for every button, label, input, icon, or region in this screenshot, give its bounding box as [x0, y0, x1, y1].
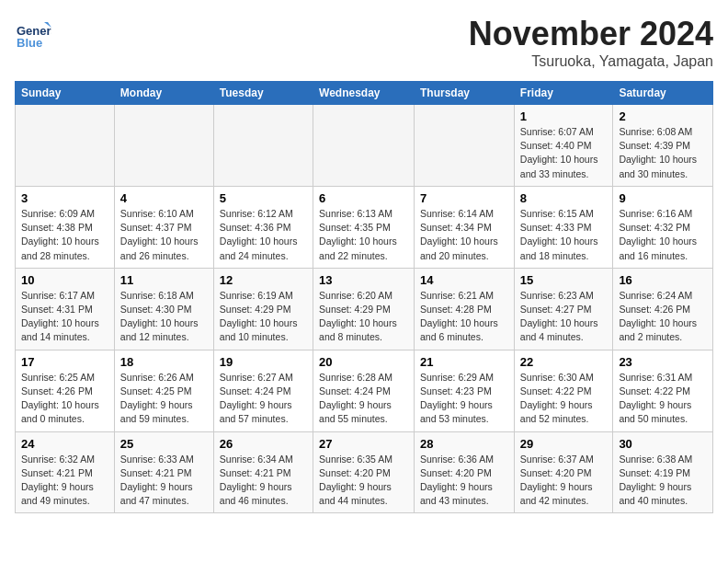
day-number: 11 — [120, 273, 208, 287]
day-number: 20 — [319, 355, 408, 369]
calendar-cell — [213, 105, 313, 187]
calendar-cell: 16Sunrise: 6:24 AM Sunset: 4:26 PM Dayli… — [613, 268, 713, 350]
day-of-week-header: Saturday — [613, 82, 713, 105]
day-info: Sunrise: 6:33 AM Sunset: 4:21 PM Dayligh… — [120, 453, 208, 509]
day-number: 7 — [420, 191, 508, 205]
day-info: Sunrise: 6:16 AM Sunset: 4:32 PM Dayligh… — [619, 207, 707, 263]
day-info: Sunrise: 6:07 AM Sunset: 4:40 PM Dayligh… — [520, 125, 608, 181]
calendar-cell: 29Sunrise: 6:37 AM Sunset: 4:20 PM Dayli… — [514, 431, 613, 513]
day-number: 8 — [520, 191, 608, 205]
calendar-cell: 11Sunrise: 6:18 AM Sunset: 4:30 PM Dayli… — [114, 268, 213, 350]
calendar-cell: 5Sunrise: 6:12 AM Sunset: 4:36 PM Daylig… — [213, 186, 313, 268]
day-number: 29 — [520, 437, 608, 451]
day-info: Sunrise: 6:28 AM Sunset: 4:24 PM Dayligh… — [319, 371, 408, 427]
day-info: Sunrise: 6:12 AM Sunset: 4:36 PM Dayligh… — [220, 207, 307, 263]
calendar-cell — [114, 105, 213, 187]
day-number: 1 — [520, 109, 608, 123]
day-number: 9 — [619, 191, 707, 205]
calendar-week-row: 24Sunrise: 6:32 AM Sunset: 4:21 PM Dayli… — [16, 431, 713, 513]
day-info: Sunrise: 6:23 AM Sunset: 4:27 PM Dayligh… — [520, 289, 608, 345]
calendar-cell: 26Sunrise: 6:34 AM Sunset: 4:21 PM Dayli… — [213, 431, 313, 513]
day-info: Sunrise: 6:21 AM Sunset: 4:28 PM Dayligh… — [420, 289, 508, 345]
day-info: Sunrise: 6:18 AM Sunset: 4:30 PM Dayligh… — [120, 289, 208, 345]
day-of-week-header: Thursday — [415, 82, 515, 105]
page-header: General Blue November 2024 Tsuruoka, Yam… — [15, 15, 713, 70]
calendar-cell: 24Sunrise: 6:32 AM Sunset: 4:21 PM Dayli… — [16, 431, 115, 513]
calendar-cell: 9Sunrise: 6:16 AM Sunset: 4:32 PM Daylig… — [613, 186, 713, 268]
calendar-cell: 17Sunrise: 6:25 AM Sunset: 4:26 PM Dayli… — [16, 350, 115, 431]
day-info: Sunrise: 6:29 AM Sunset: 4:23 PM Dayligh… — [420, 371, 508, 427]
day-number: 10 — [21, 273, 108, 287]
day-info: Sunrise: 6:32 AM Sunset: 4:21 PM Dayligh… — [21, 453, 108, 509]
calendar-cell — [16, 105, 115, 187]
day-info: Sunrise: 6:34 AM Sunset: 4:21 PM Dayligh… — [220, 453, 307, 509]
day-number: 16 — [619, 273, 707, 287]
calendar-cell: 10Sunrise: 6:17 AM Sunset: 4:31 PM Dayli… — [16, 268, 115, 350]
calendar-body: 1Sunrise: 6:07 AM Sunset: 4:40 PM Daylig… — [16, 105, 713, 513]
day-number: 5 — [220, 191, 307, 205]
calendar-cell — [415, 105, 515, 187]
day-number: 22 — [520, 355, 608, 369]
day-number: 18 — [120, 355, 208, 369]
calendar-cell: 25Sunrise: 6:33 AM Sunset: 4:21 PM Dayli… — [114, 431, 213, 513]
day-number: 13 — [319, 273, 408, 287]
calendar-week-row: 3Sunrise: 6:09 AM Sunset: 4:38 PM Daylig… — [16, 186, 713, 268]
day-info: Sunrise: 6:25 AM Sunset: 4:26 PM Dayligh… — [21, 371, 108, 427]
day-number: 3 — [21, 191, 108, 205]
day-number: 12 — [220, 273, 307, 287]
day-of-week-header: Tuesday — [213, 82, 313, 105]
calendar-cell: 1Sunrise: 6:07 AM Sunset: 4:40 PM Daylig… — [514, 105, 613, 187]
day-info: Sunrise: 6:38 AM Sunset: 4:19 PM Dayligh… — [619, 453, 707, 509]
month-title: November 2024 — [469, 15, 713, 53]
day-number: 27 — [319, 437, 408, 451]
day-of-week-header: Monday — [114, 82, 213, 105]
day-number: 19 — [220, 355, 307, 369]
calendar-cell: 23Sunrise: 6:31 AM Sunset: 4:22 PM Dayli… — [613, 350, 713, 431]
calendar-cell: 30Sunrise: 6:38 AM Sunset: 4:19 PM Dayli… — [613, 431, 713, 513]
calendar-cell: 6Sunrise: 6:13 AM Sunset: 4:35 PM Daylig… — [313, 186, 415, 268]
day-of-week-header: Friday — [514, 82, 613, 105]
calendar-cell: 18Sunrise: 6:26 AM Sunset: 4:25 PM Dayli… — [114, 350, 213, 431]
day-number: 6 — [319, 191, 408, 205]
calendar-cell: 4Sunrise: 6:10 AM Sunset: 4:37 PM Daylig… — [114, 186, 213, 268]
svg-text:Blue: Blue — [17, 36, 42, 50]
calendar-cell — [313, 105, 415, 187]
day-info: Sunrise: 6:08 AM Sunset: 4:39 PM Dayligh… — [619, 125, 707, 181]
day-info: Sunrise: 6:36 AM Sunset: 4:20 PM Dayligh… — [420, 453, 508, 509]
day-info: Sunrise: 6:30 AM Sunset: 4:22 PM Dayligh… — [520, 371, 608, 427]
day-number: 30 — [619, 437, 707, 451]
calendar-cell: 22Sunrise: 6:30 AM Sunset: 4:22 PM Dayli… — [514, 350, 613, 431]
day-info: Sunrise: 6:10 AM Sunset: 4:37 PM Dayligh… — [120, 207, 208, 263]
day-number: 26 — [220, 437, 307, 451]
calendar-cell: 19Sunrise: 6:27 AM Sunset: 4:24 PM Dayli… — [213, 350, 313, 431]
day-info: Sunrise: 6:35 AM Sunset: 4:20 PM Dayligh… — [319, 453, 408, 509]
day-info: Sunrise: 6:19 AM Sunset: 4:29 PM Dayligh… — [220, 289, 307, 345]
calendar-cell: 15Sunrise: 6:23 AM Sunset: 4:27 PM Dayli… — [514, 268, 613, 350]
logo: General Blue — [15, 15, 55, 52]
calendar-header-row: SundayMondayTuesdayWednesdayThursdayFrid… — [16, 82, 713, 105]
day-info: Sunrise: 6:31 AM Sunset: 4:22 PM Dayligh… — [619, 371, 707, 427]
day-info: Sunrise: 6:15 AM Sunset: 4:33 PM Dayligh… — [520, 207, 608, 263]
calendar-week-row: 17Sunrise: 6:25 AM Sunset: 4:26 PM Dayli… — [16, 350, 713, 431]
day-number: 14 — [420, 273, 508, 287]
calendar-cell: 13Sunrise: 6:20 AM Sunset: 4:29 PM Dayli… — [313, 268, 415, 350]
calendar-cell: 27Sunrise: 6:35 AM Sunset: 4:20 PM Dayli… — [313, 431, 415, 513]
day-number: 23 — [619, 355, 707, 369]
day-number: 28 — [420, 437, 508, 451]
day-number: 17 — [21, 355, 108, 369]
day-of-week-header: Wednesday — [313, 82, 415, 105]
day-number: 15 — [520, 273, 608, 287]
day-info: Sunrise: 6:17 AM Sunset: 4:31 PM Dayligh… — [21, 289, 108, 345]
calendar-cell: 3Sunrise: 6:09 AM Sunset: 4:38 PM Daylig… — [16, 186, 115, 268]
title-block: November 2024 Tsuruoka, Yamagata, Japan — [469, 15, 713, 70]
calendar-cell: 12Sunrise: 6:19 AM Sunset: 4:29 PM Dayli… — [213, 268, 313, 350]
day-number: 2 — [619, 109, 707, 123]
calendar-week-row: 1Sunrise: 6:07 AM Sunset: 4:40 PM Daylig… — [16, 105, 713, 187]
day-of-week-header: Sunday — [16, 82, 115, 105]
day-info: Sunrise: 6:13 AM Sunset: 4:35 PM Dayligh… — [319, 207, 408, 263]
day-number: 4 — [120, 191, 208, 205]
day-number: 21 — [420, 355, 508, 369]
day-info: Sunrise: 6:20 AM Sunset: 4:29 PM Dayligh… — [319, 289, 408, 345]
day-number: 25 — [120, 437, 208, 451]
calendar-cell: 2Sunrise: 6:08 AM Sunset: 4:39 PM Daylig… — [613, 105, 713, 187]
